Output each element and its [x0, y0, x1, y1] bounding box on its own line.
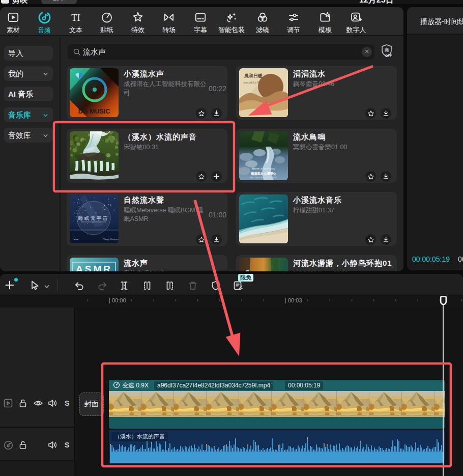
- svg-text:睡眠元宇宙: 睡眠元宇宙: [78, 216, 109, 221]
- svg-text:Sleep Metaverse: Sleep Metaverse: [103, 238, 119, 241]
- svg-text:ASMR: ASMR: [76, 264, 112, 271]
- svg-text:MEDITATION RIVER SOUND: MEDITATION RIVER SOUND: [250, 176, 277, 179]
- svg-text:OFF: OFF: [385, 54, 392, 58]
- svg-text:River in my soul: River in my soul: [251, 166, 275, 171]
- svg-text:寵麗溪水 心靈淨化: 寵麗溪水 心靈淨化: [251, 172, 277, 176]
- svg-text:●●●: ●●●: [74, 238, 78, 241]
- svg-text:商: 商: [385, 47, 389, 52]
- svg-text:DG MUSIC: DG MUSIC: [78, 108, 110, 115]
- svg-text:風和日暖: 風和日暖: [244, 73, 263, 78]
- svg-text:TI: TI: [71, 13, 80, 23]
- svg-text:自然山鳥流水聲合輯: 自然山鳥流水聲合輯: [243, 81, 264, 84]
